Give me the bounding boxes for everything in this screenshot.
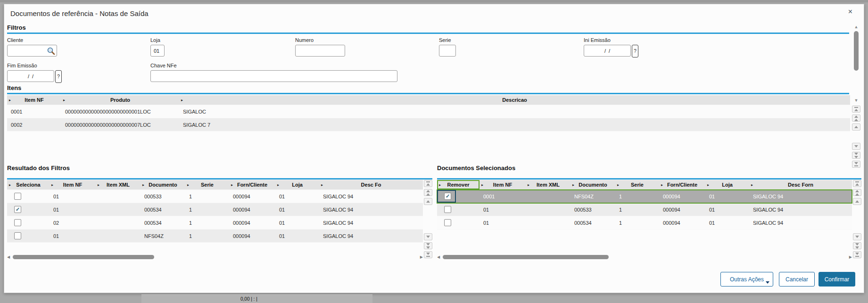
grid-scroll-page-down-button[interactable] (852, 152, 860, 159)
grid-scroll-last-button[interactable] (852, 161, 860, 168)
confirmar-button[interactable]: Confirmar (818, 272, 855, 287)
grid-scroll-last-button[interactable] (853, 251, 861, 258)
grid-scroll-page-down-button[interactable] (424, 242, 432, 249)
table-row[interactable]: 01000534100009401SIGALOC 94 (437, 216, 852, 229)
scrollbar-thumb[interactable] (854, 31, 859, 71)
table-row[interactable]: ✓0001NFS04Z100009401SIGALOC 94 (437, 190, 852, 203)
column-header-serie[interactable]: ▸Serie (615, 180, 659, 189)
grid-scroll-first-button[interactable] (853, 180, 861, 187)
column-header-label: Documento (149, 182, 177, 188)
grid-scroll-up-button[interactable] (424, 198, 432, 205)
selecionados-horizontal-scrollbar[interactable]: ◀ ▶ (437, 254, 852, 260)
column-header-label: Documento (579, 182, 607, 188)
grid-scroll-first-button[interactable] (424, 180, 432, 187)
grid-scroll-page-down-button[interactable] (853, 242, 861, 249)
section-title-itens: Itens (7, 84, 21, 91)
dropdown-arrow-icon (766, 281, 769, 284)
cell: SIGALOC 94 (749, 216, 852, 229)
serie-input[interactable] (439, 45, 456, 57)
column-header-loja[interactable]: ▸Loja (705, 180, 749, 189)
grid-scroll-last-button[interactable] (424, 251, 432, 258)
column-header-item-nf[interactable]: ▸Item NF (7, 95, 61, 105)
grid-scroll-down-button[interactable] (852, 143, 860, 150)
column-header-produto[interactable]: ▸Produto (61, 95, 179, 105)
column-header-forn-cliente[interactable]: ▸Forn/Cliente (659, 180, 705, 189)
dialog-vertical-scrollbar[interactable]: ▲ ▼ (853, 24, 860, 103)
fim-emissao-help-button[interactable]: ? (55, 70, 62, 83)
ini-emissao-input[interactable] (584, 45, 631, 57)
loja-label: Loja (150, 37, 165, 43)
table-row[interactable]: 000100000000000000000000000001LOCSIGALOC (7, 105, 850, 118)
chave-nfe-input[interactable] (150, 70, 397, 82)
table-row[interactable]: ✓01000534100009401SIGALOC 94 (7, 203, 423, 216)
row-checkbox[interactable]: ✓ (444, 193, 451, 200)
cell (526, 216, 570, 229)
grid-scroll-page-up-button[interactable] (853, 189, 861, 196)
scroll-up-icon[interactable]: ▲ (853, 24, 860, 30)
column-header-desc-fo[interactable]: ▸Desc Fo (319, 180, 423, 189)
grid-scroll-down-button[interactable] (853, 233, 861, 240)
sort-icon: ▸ (439, 183, 441, 187)
table-row[interactable]: 000200000000000000000000000007LOCSIGALOC… (7, 118, 850, 131)
itens-grid: ▸Item NF▸Produto▸Descricao00010000000000… (7, 95, 850, 131)
loja-input[interactable] (150, 45, 165, 57)
row-checkbox[interactable] (14, 219, 21, 226)
column-header-serie[interactable]: ▸Serie (185, 180, 229, 189)
background-window-fragment: 0,00 | : | (141, 293, 372, 303)
column-header-label: Item NF (25, 97, 43, 103)
column-header-documento[interactable]: ▸Documento (141, 180, 185, 189)
grid-scroll-page-up-button[interactable] (424, 189, 432, 196)
close-icon[interactable]: × (848, 8, 852, 16)
column-header-label: Desc Fo (361, 182, 381, 188)
cancelar-label: Cancelar (785, 276, 808, 283)
search-icon[interactable] (47, 47, 55, 55)
column-header-label: Produto (110, 97, 130, 103)
cell: 01 (275, 190, 319, 203)
row-checkbox[interactable] (444, 219, 451, 226)
numero-input[interactable] (295, 45, 345, 57)
scroll-right-icon[interactable]: ▶ (420, 254, 423, 260)
column-header-label: Descricao (502, 97, 527, 103)
sort-icon: ▸ (481, 183, 483, 187)
scroll-down-icon[interactable]: ▼ (853, 98, 860, 103)
column-header-seleciona[interactable]: ▸Seleciona (7, 180, 50, 189)
grid-scroll-up-button[interactable] (852, 123, 860, 131)
column-header-item-nf[interactable]: ▸Item NF (50, 180, 96, 189)
grid-header-row: ▸Seleciona▸Item NF▸Item XML▸Documento▸Se… (7, 180, 423, 190)
column-header-item-xml[interactable]: ▸Item XML (96, 180, 141, 189)
scrollbar-thumb[interactable] (443, 255, 609, 259)
scroll-left-icon[interactable]: ◀ (7, 254, 10, 260)
ini-emissao-help-button[interactable]: ? (632, 45, 638, 57)
scroll-left-icon[interactable]: ◀ (437, 254, 440, 260)
cell (96, 203, 141, 216)
cell (7, 190, 50, 203)
grid-scroll-down-button[interactable] (424, 233, 432, 240)
outras-acoes-button[interactable]: Outras Ações (720, 272, 773, 287)
table-row[interactable]: 02000534100009401SIGALOC 94 (7, 216, 423, 229)
column-header-descricao[interactable]: ▸Descricao (179, 95, 850, 105)
cancelar-button[interactable]: Cancelar (779, 272, 815, 287)
fim-emissao-input[interactable] (7, 70, 54, 82)
table-row[interactable]: 01000533100009401SIGALOC 94 (7, 190, 423, 203)
row-checkbox[interactable]: ✓ (14, 206, 21, 213)
column-header-forn-cliente[interactable]: ▸Forn/Cliente (229, 180, 275, 189)
column-header-remover[interactable]: ▸Remover (437, 180, 479, 189)
cell: 000094 (659, 203, 705, 216)
field-fim-emissao: Fim Emissão ? (7, 63, 62, 83)
column-header-desc-forn[interactable]: ▸Desc Forn (749, 180, 852, 189)
column-header-item-nf[interactable]: ▸Item NF (479, 180, 526, 189)
table-row[interactable]: 01NFS04Z100009401SIGALOC 94 (7, 229, 423, 243)
column-header-item-xml[interactable]: ▸Item XML (526, 180, 570, 189)
table-row[interactable]: 01000533100009401SIGALOC 94 (437, 203, 852, 216)
column-header-loja[interactable]: ▸Loja (275, 180, 319, 189)
resultado-horizontal-scrollbar[interactable]: ◀ ▶ (7, 254, 423, 260)
grid-scroll-up-button[interactable] (853, 198, 861, 205)
scroll-right-icon[interactable]: ▶ (849, 254, 852, 260)
grid-scroll-first-button[interactable] (852, 106, 860, 113)
grid-scroll-page-up-button[interactable] (852, 115, 860, 122)
row-checkbox[interactable] (14, 232, 21, 239)
row-checkbox[interactable] (444, 206, 451, 213)
scrollbar-thumb[interactable] (13, 255, 154, 259)
column-header-documento[interactable]: ▸Documento (570, 180, 615, 189)
row-checkbox[interactable] (14, 193, 21, 200)
